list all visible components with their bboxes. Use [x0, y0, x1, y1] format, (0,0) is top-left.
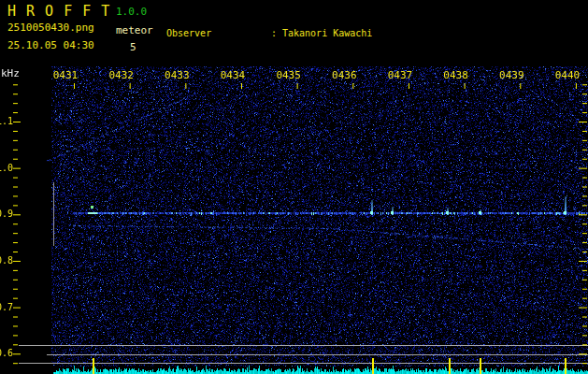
freq-label-1.1: 1.1	[0, 116, 13, 126]
freq-label-0.8: 0.8	[0, 255, 13, 266]
time-label-0434: 0434	[221, 69, 246, 81]
info-value: Takanori Kawachi	[282, 27, 372, 39]
time-label-0435: 0435	[276, 69, 301, 81]
app-title: H R O F F T	[7, 3, 110, 20]
observation-timestamp: 25.10.05 04:30	[7, 39, 94, 51]
info-separator: :	[271, 27, 282, 39]
freq-label-0.9: 0.9	[0, 209, 13, 219]
freq-label-1.0: 1.0	[0, 163, 13, 173]
spectrogram-canvas	[0, 65, 588, 374]
mode-label: meteor	[116, 24, 153, 36]
freq-axis-unit: kHz	[1, 67, 20, 79]
output-filename: 2510050430.png	[7, 22, 94, 34]
time-label-0440: 0440	[555, 69, 581, 81]
time-label-0432: 0432	[108, 69, 134, 81]
hrofft-window: H R O F F T 1.0.0 2510050430.png meteor …	[0, 0, 588, 374]
info-label: Observer	[166, 27, 271, 39]
app-version: 1.0.0	[116, 6, 147, 18]
freq-label-0.7: 0.7	[0, 302, 13, 312]
time-label-0438: 0438	[443, 69, 468, 81]
time-label-0436: 0436	[332, 69, 357, 81]
time-label-0439: 0439	[499, 69, 524, 81]
freq-label-0.6: 0.6	[0, 348, 13, 358]
time-label-0431: 0431	[53, 69, 79, 81]
time-label-0433: 0433	[165, 69, 190, 81]
info-row-observer: Observer:Takanori Kawachi	[166, 27, 485, 39]
time-label-0437: 0437	[388, 69, 413, 81]
meteor-count: 5	[130, 41, 136, 53]
